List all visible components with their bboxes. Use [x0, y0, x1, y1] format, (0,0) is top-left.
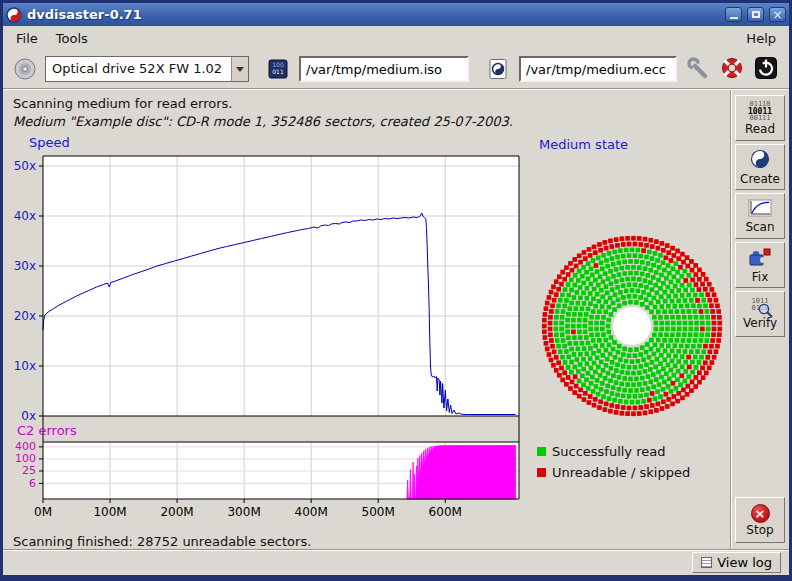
menubar: File Tools Help [3, 26, 789, 50]
scan-button[interactable]: Scan [735, 193, 785, 239]
maximize-icon [752, 11, 760, 18]
wrench-icon [686, 56, 710, 83]
toolbar: Optical drive 52X FW 1.02 100 011 [3, 50, 789, 88]
view-log-button[interactable]: View log [692, 552, 781, 573]
status-area: Scanning medium for read errors. Medium … [3, 90, 730, 134]
menu-tools[interactable]: Tools [47, 28, 97, 49]
window-title: dvdisaster-0.71 [27, 7, 720, 22]
app-window: dvdisaster-0.71 × File Tools Help Optica… [0, 0, 792, 581]
svg-text:500M: 500M [362, 505, 395, 519]
power-icon [754, 56, 778, 83]
speed-and-c2-chart: 0M100M200M300M400M500M600M0x10x20x30x40x… [13, 134, 533, 526]
svg-text:Speed: Speed [29, 135, 70, 150]
green-swatch-icon [537, 447, 546, 456]
svg-text:400: 400 [15, 440, 36, 453]
svg-text:011: 011 [272, 68, 284, 75]
svg-text:600M: 600M [429, 505, 462, 519]
maximize-button[interactable] [747, 7, 764, 22]
app-icon [6, 7, 22, 23]
medium-state-panel: Medium state Successfully read Unreadabl… [533, 134, 730, 531]
charts-panel: 0M100M200M300M400M500M600M0x10x20x30x40x… [3, 134, 533, 531]
drive-selector[interactable]: Optical drive 52X FW 1.02 [45, 56, 249, 82]
stop-x-icon: × [751, 504, 770, 523]
ecc-file-input[interactable] [519, 56, 677, 82]
svg-text:20x: 20x [14, 309, 36, 323]
disc-state-visualization [534, 228, 730, 424]
svg-text:30x: 30x [14, 259, 36, 273]
preferences-button[interactable] [685, 55, 711, 84]
red-swatch-icon [537, 468, 546, 477]
verify-magnifier-icon: 1011 0110 [747, 298, 773, 316]
disc-legend: Successfully read Unreadable / skipped [537, 444, 730, 480]
fix-label: Fix [752, 271, 768, 284]
scan-graph-icon [748, 199, 772, 220]
minimize-button[interactable] [725, 7, 742, 22]
action-sidebar: 01110 10011 00111 Read Create [730, 90, 789, 549]
fix-button[interactable]: Fix [735, 242, 785, 288]
optical-drive-icon [13, 57, 37, 81]
svg-text:100: 100 [272, 61, 284, 68]
svg-text:25: 25 [22, 464, 36, 477]
lifebelt-icon [720, 56, 744, 83]
svg-text:100: 100 [15, 452, 36, 465]
legend-item-success: Successfully read [537, 444, 730, 459]
view-log-label: View log [717, 555, 772, 570]
create-label: Create [740, 173, 780, 186]
scan-label: Scan [745, 221, 774, 234]
svg-text:100M: 100M [93, 505, 126, 519]
binary-read-icon: 01110 10011 00111 [748, 101, 772, 122]
log-icon [701, 557, 712, 568]
svg-text:40x: 40x [14, 209, 36, 223]
menu-file[interactable]: File [7, 28, 47, 49]
svg-text:0M: 0M [34, 505, 52, 519]
yin-yang-create-icon [750, 149, 770, 172]
scan-result-status: Scanning finished: 28752 unreadable sect… [3, 531, 730, 549]
verify-button[interactable]: 1011 0110 Verify [735, 291, 785, 337]
read-button[interactable]: 01110 10011 00111 Read [735, 95, 785, 141]
svg-text:6: 6 [29, 477, 36, 490]
stop-button[interactable]: × Stop [735, 497, 785, 543]
svg-text:200M: 200M [160, 505, 193, 519]
drive-selector-value: Optical drive 52X FW 1.02 [46, 57, 231, 81]
svg-text:C2 errors: C2 errors [17, 423, 77, 438]
menu-help[interactable]: Help [737, 28, 785, 49]
legend-label-success: Successfully read [552, 444, 665, 459]
titlebar[interactable]: dvdisaster-0.71 × [3, 3, 789, 26]
close-button[interactable]: × [769, 7, 786, 22]
svg-text:400M: 400M [295, 505, 328, 519]
svg-text:300M: 300M [227, 505, 260, 519]
svg-text:0x: 0x [21, 409, 36, 423]
minimize-icon [730, 17, 738, 19]
legend-label-unreadable: Unreadable / skipped [552, 465, 690, 480]
puzzle-fix-icon [748, 247, 772, 270]
help-button[interactable] [719, 55, 745, 84]
read-label: Read [745, 123, 775, 136]
dropdown-arrow-icon[interactable] [231, 57, 248, 81]
ecc-file-icon [487, 58, 509, 80]
iso-file-input[interactable] [299, 56, 469, 82]
svg-text:50x: 50x [14, 159, 36, 173]
verify-label: Verify [743, 317, 777, 330]
status-line-1: Scanning medium for read errors. [13, 95, 730, 113]
stop-label: Stop [746, 524, 773, 537]
footer-bar: View log [3, 549, 789, 575]
iso-file-icon: 100 011 [267, 58, 289, 80]
legend-item-unreadable: Unreadable / skipped [537, 465, 730, 480]
svg-text:10x: 10x [14, 359, 36, 373]
medium-state-title: Medium state [539, 137, 730, 152]
status-line-2: Medium "Example disc": CD-R mode 1, 3524… [13, 113, 730, 131]
quit-button[interactable] [753, 55, 779, 84]
create-button[interactable]: Create [735, 144, 785, 190]
